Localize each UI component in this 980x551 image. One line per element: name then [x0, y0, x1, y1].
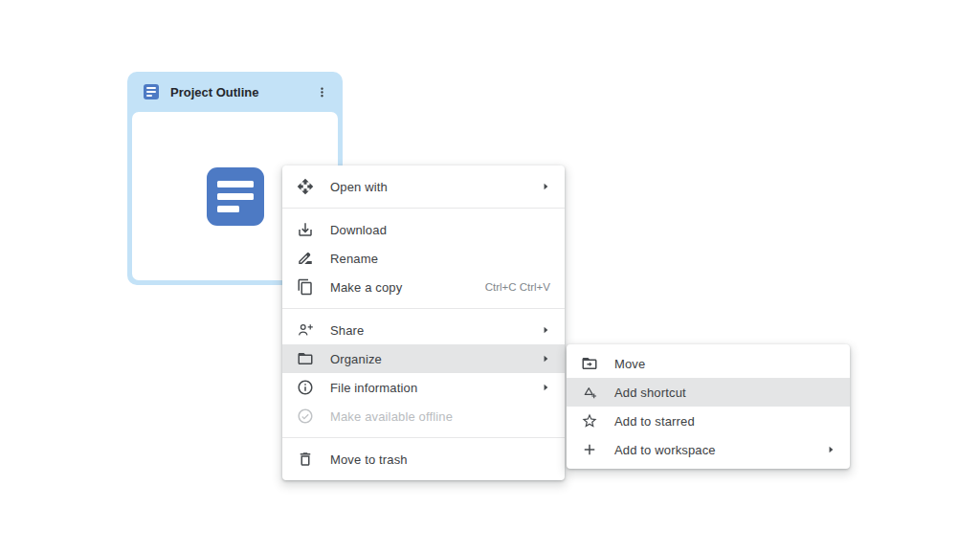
docs-file-icon	[144, 84, 159, 99]
file-title: Project Outline	[170, 85, 313, 99]
menu-item-make-available-offline: Make available offline	[282, 402, 565, 430]
file-card-header: Project Outline	[127, 72, 343, 112]
menu-item-label: Rename	[330, 252, 553, 266]
docs-file-large-icon	[207, 167, 264, 226]
submenu-arrow-icon	[538, 351, 553, 366]
context-menu: Open with Download Rename Make a copy Ct…	[282, 165, 565, 480]
offline-check-icon	[297, 408, 314, 425]
submenu-item-add-shortcut[interactable]: Add shortcut	[567, 378, 850, 407]
menu-section-organization: Share Organize File information Make ava…	[282, 308, 565, 437]
submenu-arrow-icon	[823, 442, 838, 457]
folder-icon	[297, 350, 314, 367]
menu-item-organize[interactable]: Organize	[282, 344, 565, 373]
submenu-item-move[interactable]: Move	[567, 349, 850, 378]
menu-item-make-a-copy[interactable]: Make a copy Ctrl+C Ctrl+V	[282, 273, 565, 301]
menu-section-file-actions: Download Rename Make a copy Ctrl+C Ctrl+…	[282, 208, 565, 308]
add-shortcut-icon	[581, 384, 598, 401]
menu-item-label: Move to trash	[330, 452, 553, 467]
submenu-item-add-to-starred[interactable]: Add to starred	[567, 407, 850, 435]
more-vert-icon	[314, 84, 330, 100]
menu-item-rename[interactable]: Rename	[282, 244, 565, 273]
organize-submenu: Move Add shortcut Add to starred Add to …	[567, 344, 850, 469]
rename-icon	[297, 250, 314, 267]
menu-item-file-information[interactable]: File information	[282, 373, 565, 402]
trash-icon	[297, 451, 314, 468]
submenu-section: Move Add shortcut Add to starred Add to …	[567, 344, 850, 469]
copy-icon	[297, 278, 314, 296]
keyboard-shortcut-hint: Ctrl+C Ctrl+V	[485, 281, 550, 293]
star-icon	[581, 412, 598, 430]
share-icon	[297, 321, 314, 339]
menu-item-label: Add to starred	[614, 414, 838, 429]
menu-section-open: Open with	[282, 165, 565, 208]
submenu-arrow-icon	[538, 380, 553, 395]
menu-item-label: Open with	[330, 180, 530, 194]
menu-section-trash: Move to trash	[282, 437, 565, 480]
menu-item-label: Add to workspace	[614, 443, 815, 457]
menu-item-label: Organize	[330, 352, 530, 366]
submenu-arrow-icon	[538, 322, 553, 338]
info-icon	[297, 379, 314, 396]
menu-item-download[interactable]: Download	[282, 215, 565, 244]
menu-item-label: File information	[330, 381, 530, 395]
menu-item-label: Make a copy	[330, 280, 485, 295]
more-options-button[interactable]	[313, 83, 330, 100]
move-folder-icon	[581, 355, 598, 372]
download-icon	[297, 221, 314, 238]
menu-item-label: Share	[330, 323, 530, 338]
submenu-arrow-icon	[538, 179, 553, 194]
menu-item-label: Make available offline	[330, 409, 553, 424]
menu-item-label: Download	[330, 223, 553, 237]
plus-icon	[581, 441, 598, 458]
menu-item-share[interactable]: Share	[282, 316, 565, 344]
menu-item-move-to-trash[interactable]: Move to trash	[282, 445, 565, 474]
menu-item-open-with[interactable]: Open with	[282, 172, 565, 201]
menu-item-label: Add shortcut	[614, 386, 838, 400]
menu-item-label: Move	[614, 357, 838, 371]
submenu-item-add-to-workspace[interactable]: Add to workspace	[567, 435, 850, 464]
open-with-icon	[297, 178, 314, 195]
